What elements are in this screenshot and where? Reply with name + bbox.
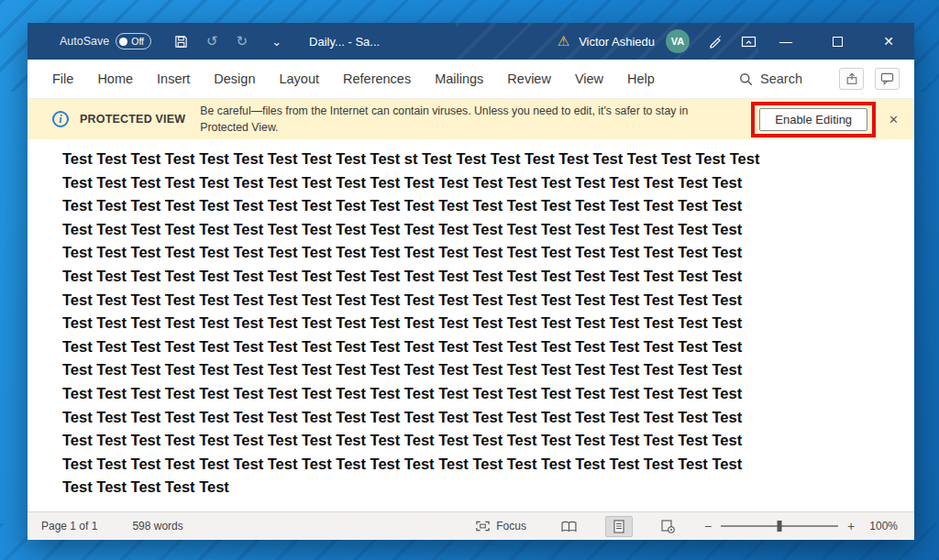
- undo-icon[interactable]: ↺: [206, 33, 218, 49]
- protected-view-label: PROTECTED VIEW: [80, 113, 185, 126]
- doc-line: Test Test Test Test Test Test Test Test …: [62, 358, 914, 382]
- search-label: Search: [760, 71, 802, 86]
- word-count[interactable]: 598 words: [132, 520, 182, 533]
- tab-insert[interactable]: Insert: [145, 71, 202, 86]
- print-layout-button[interactable]: [605, 516, 633, 537]
- focus-label: Focus: [496, 520, 526, 533]
- doc-line: Test Test Test Test Test Test Test Test …: [62, 265, 914, 289]
- tab-help[interactable]: Help: [615, 71, 667, 86]
- enable-editing-button[interactable]: Enable Editing: [759, 108, 867, 131]
- doc-line: Test Test Test Test Test Test Test Test …: [62, 218, 914, 242]
- doc-line: Test Test Test Test Test Test Test Test …: [62, 148, 914, 171]
- tab-layout[interactable]: Layout: [267, 71, 331, 86]
- share-button[interactable]: [839, 68, 864, 90]
- pen-icon[interactable]: [708, 34, 723, 49]
- protected-view-bar: i PROTECTED VIEW Be careful—files from t…: [28, 99, 914, 139]
- redo-icon[interactable]: ↻: [237, 33, 249, 49]
- doc-line: Test Test Test Test Test Test Test Test …: [62, 312, 914, 335]
- info-icon: i: [52, 111, 69, 127]
- autosave-state: Off: [131, 36, 144, 47]
- doc-line: Test Test Test Test Test Test Test Test …: [62, 453, 914, 477]
- close-button[interactable]: ✕: [863, 23, 914, 60]
- autosave-dot-icon: [119, 38, 127, 46]
- doc-line: Test Test Test Test Test Test Test Test …: [62, 382, 914, 406]
- tab-references[interactable]: References: [331, 71, 423, 86]
- minimize-button[interactable]: —: [760, 23, 812, 60]
- autosave-toggle[interactable]: AutoSave Off: [60, 33, 151, 49]
- tab-design[interactable]: Design: [202, 71, 267, 86]
- read-mode-button[interactable]: [556, 516, 583, 537]
- protected-view-message: Be careful—files from the Internet can c…: [200, 103, 709, 137]
- doc-line: Test Test Test Test Test Test Test Test …: [62, 406, 914, 430]
- doc-line: Test Test Test Test Test: [62, 476, 914, 500]
- zoom-in-button[interactable]: +: [847, 519, 855, 533]
- infobar-close-icon[interactable]: ✕: [889, 113, 899, 126]
- page-indicator[interactable]: Page 1 of 1: [41, 520, 97, 533]
- warning-icon[interactable]: ⚠: [558, 33, 569, 49]
- doc-line: Test Test Test Test Test Test Test Test …: [62, 429, 914, 453]
- maximize-button[interactable]: [812, 23, 863, 60]
- doc-line: Test Test Test Test Test Test Test Test …: [62, 241, 914, 265]
- comments-button[interactable]: [875, 68, 900, 90]
- zoom-out-button[interactable]: −: [704, 519, 712, 533]
- doc-line: Test Test Test Test Test Test Test Test …: [62, 194, 914, 218]
- save-icon[interactable]: [174, 35, 188, 49]
- zoom-percentage[interactable]: 100%: [869, 520, 898, 533]
- doc-line: Test Test Test Test Test Test Test Test …: [62, 335, 914, 359]
- word-window: AutoSave Off ↺ ↻ ⌄ Daily... - Sa... ⚠ Vi…: [28, 23, 914, 540]
- document-canvas[interactable]: Test Test Test Test Test Test Test Test …: [28, 139, 914, 511]
- desktop-background: AutoSave Off ↺ ↻ ⌄ Daily... - Sa... ⚠ Vi…: [0, 0, 939, 560]
- doc-line: Test Test Test Test Test Test Test Test …: [62, 171, 914, 195]
- web-layout-button[interactable]: [655, 516, 682, 537]
- ribbon-tabs: File Home Insert Design Layout Reference…: [28, 60, 914, 99]
- quick-access-chevron-icon[interactable]: ⌄: [271, 35, 282, 49]
- zoom-thumb[interactable]: [778, 521, 782, 532]
- avatar[interactable]: VA: [666, 29, 690, 53]
- focus-icon: [476, 521, 490, 532]
- account-name[interactable]: Victor Ashiedu: [579, 35, 655, 49]
- tab-file[interactable]: File: [40, 71, 85, 86]
- tab-review[interactable]: Review: [495, 71, 563, 86]
- tab-mailings[interactable]: Mailings: [423, 71, 495, 86]
- tab-view[interactable]: View: [563, 71, 615, 86]
- status-bar: Page 1 of 1 598 words Focus −: [28, 511, 914, 540]
- doc-line: Test Test Test Test Test Test Test Test …: [62, 289, 914, 313]
- zoom-slider[interactable]: [721, 520, 838, 533]
- search-control[interactable]: Search: [739, 71, 802, 86]
- autosave-label: AutoSave: [60, 35, 109, 48]
- autosave-pill[interactable]: Off: [116, 33, 151, 49]
- title-bar: AutoSave Off ↺ ↻ ⌄ Daily... - Sa... ⚠ Vi…: [28, 23, 914, 60]
- maximize-icon: [833, 37, 843, 47]
- tab-home[interactable]: Home: [85, 71, 145, 86]
- red-highlight-annotation: Enable Editing: [751, 102, 876, 137]
- document-title: Daily... - Sa...: [309, 35, 380, 49]
- search-icon: [739, 72, 753, 86]
- focus-mode-button[interactable]: Focus: [476, 520, 526, 533]
- ribbon-display-options-icon[interactable]: [741, 35, 757, 49]
